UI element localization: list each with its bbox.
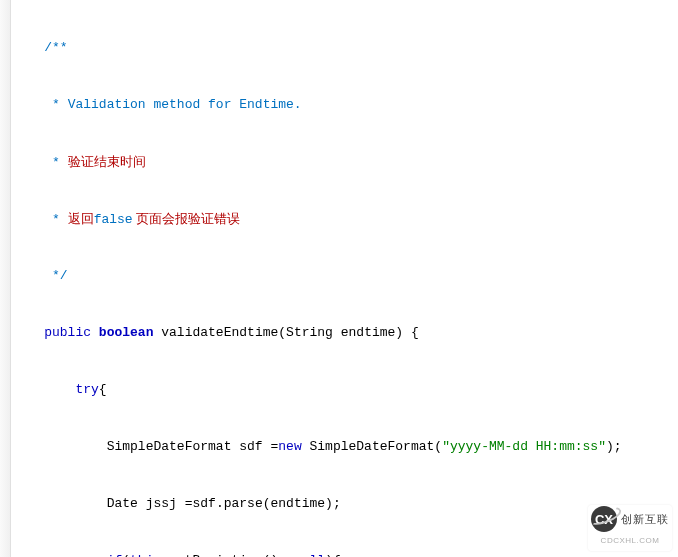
code-line: if(this.getBegintime()==null){	[11, 551, 678, 557]
keyword: null	[294, 553, 325, 557]
javadoc-text: Validation method for Endtime.	[68, 97, 302, 112]
brand-watermark: CX 创新互联 CDCXHL.COM	[588, 505, 672, 551]
keyword: if	[107, 553, 123, 557]
keyword: try	[75, 382, 98, 397]
cn-text: 验证结束时间	[68, 154, 146, 169]
javadoc-token: /**	[44, 40, 67, 55]
method-call: .parse(	[216, 496, 271, 511]
code-line: * 返回false 页面会报验证错误	[11, 209, 678, 228]
code-line: * 验证结束时间	[11, 152, 678, 171]
var: sdf	[239, 439, 262, 454]
javadoc-token: *	[44, 212, 67, 227]
brand-domain-text: CDCXHL.COM	[601, 531, 660, 550]
keyword: public	[44, 325, 91, 340]
var: jssj	[146, 496, 177, 511]
keyword: this	[130, 553, 161, 557]
code-line: * Validation method for Endtime.	[11, 95, 678, 114]
brand-orb-text: CX	[595, 510, 613, 529]
keyword: new	[278, 439, 301, 454]
code-editor-viewport: /** * Validation method for Endtime. * 验…	[0, 0, 678, 557]
string-literal: "yyyy-MM-dd HH:mm:ss"	[442, 439, 606, 454]
gutter-shade	[0, 0, 10, 557]
javadoc-token: */	[44, 268, 67, 283]
brand-mark: CX 创新互联	[591, 506, 669, 532]
param: endtime	[341, 325, 396, 340]
method-call: .getBegintime()	[161, 553, 278, 557]
code-line: */	[11, 266, 678, 285]
brand-orb-icon: CX	[591, 506, 617, 532]
line-gutter	[0, 0, 11, 557]
type: Date	[107, 496, 138, 511]
code-line: Date jssj =sdf.parse(endtime);	[11, 494, 678, 513]
type: String	[286, 325, 333, 340]
type: SimpleDateFormat	[107, 439, 232, 454]
javadoc-token: *	[44, 155, 67, 170]
javadoc-text: false	[94, 212, 133, 227]
brand-cn-text: 创新互联	[621, 510, 669, 529]
code-line: try{	[11, 380, 678, 399]
code-line: /**	[11, 38, 678, 57]
cn-text: 返回	[68, 211, 94, 226]
code-area: /** * Validation method for Endtime. * 验…	[11, 0, 678, 557]
keyword-boolean: boolean	[99, 325, 154, 340]
code-line: public boolean validateEndtime(String en…	[11, 323, 678, 342]
var: endtime	[271, 496, 326, 511]
type: SimpleDateFormat	[310, 439, 435, 454]
javadoc-token: *	[44, 97, 67, 112]
method-name: validateEndtime	[161, 325, 278, 340]
code-line: SimpleDateFormat sdf =new SimpleDateForm…	[11, 437, 678, 456]
cn-text: 页面会报验证错误	[133, 211, 241, 226]
